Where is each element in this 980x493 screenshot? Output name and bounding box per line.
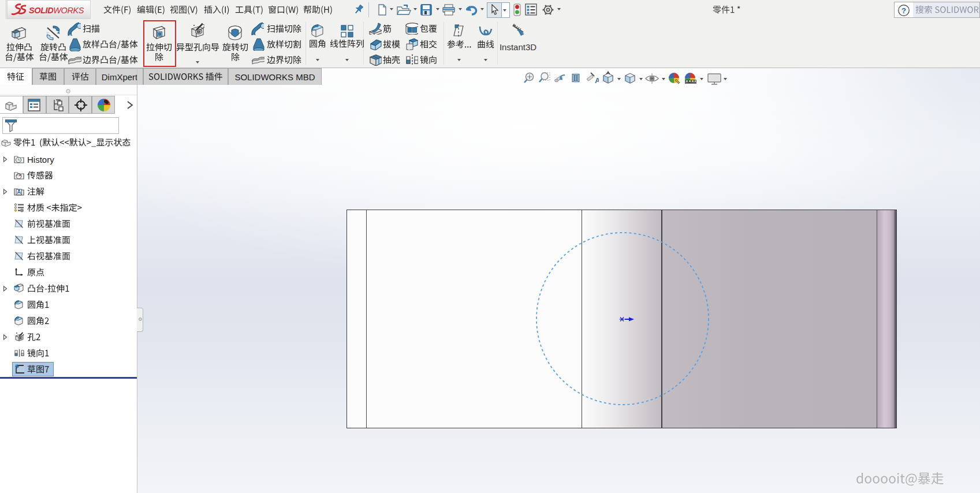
svg-text:?: ? (901, 6, 906, 15)
svg-text:A: A (595, 76, 599, 84)
svg-text:A: A (17, 189, 21, 195)
